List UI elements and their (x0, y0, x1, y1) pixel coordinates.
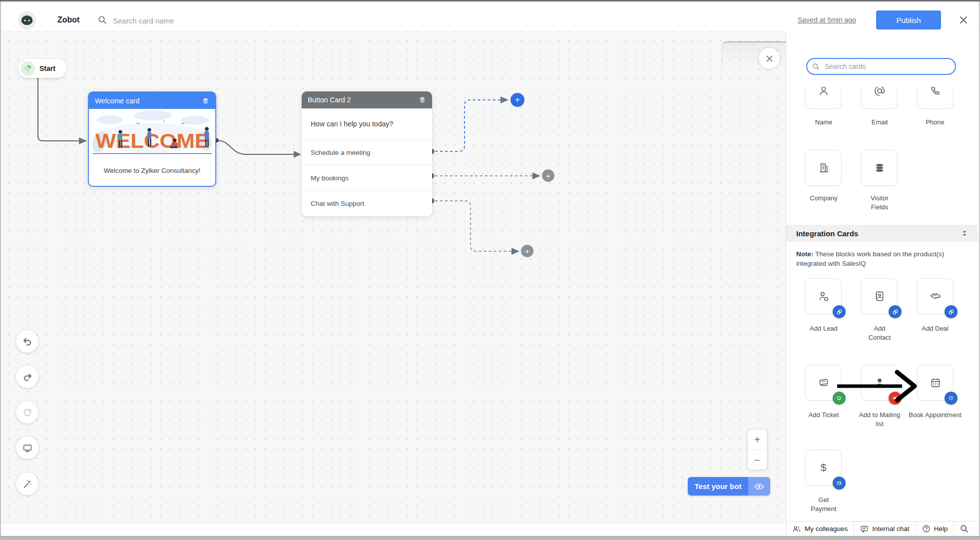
monitor-icon (22, 443, 33, 454)
preview-eye-section[interactable] (748, 477, 770, 496)
button-card-2[interactable]: Button Card 2 How can I help you today? … (302, 91, 432, 216)
preview-button[interactable] (16, 437, 38, 459)
flow-canvas[interactable]: Start Welcome card WELCOME (1, 31, 786, 523)
add-card-node-blue[interactable]: + (510, 93, 524, 107)
calendar-icon (929, 376, 942, 389)
checkout-card-icon (833, 477, 846, 490)
test-your-bot-button[interactable]: Test your bot (688, 477, 770, 496)
button-card-header[interactable]: Button Card 2 (302, 91, 432, 108)
bookings-clock-icon (945, 392, 958, 405)
database-icon (873, 161, 886, 174)
window-frame-bottom (0, 536, 980, 540)
card-company[interactable] (805, 150, 842, 186)
add-card-node-bookings[interactable]: + (542, 169, 554, 182)
welcome-word: WELCOME (95, 130, 209, 152)
magic-wand-icon (22, 479, 33, 490)
sync-button[interactable] (16, 401, 38, 424)
card-visitor-fields[interactable] (861, 150, 898, 186)
help-label: Help (934, 525, 948, 533)
redo-button[interactable] (16, 366, 38, 388)
integration-cards-header[interactable]: Integration Cards (786, 225, 978, 242)
robot-icon (18, 11, 36, 29)
handshake-icon (929, 289, 943, 303)
integration-note: Note: These blocks work based on the pro… (796, 250, 964, 268)
magic-wand-button[interactable] (16, 473, 38, 495)
card-company-label: Company (796, 194, 851, 203)
search-icon (812, 63, 820, 70)
card-add-lead-label: Add Lead (796, 324, 851, 333)
card-book-appointment-label: Book Appointment (908, 411, 963, 420)
help-button[interactable]: Help (916, 522, 954, 536)
test-your-bot-label: Test your bot (688, 477, 748, 496)
undo-button[interactable] (16, 330, 38, 353)
publish-button[interactable]: Publish (876, 10, 941, 29)
card-add-ticket[interactable] (805, 365, 842, 401)
lead-icon (817, 290, 830, 303)
zoom-out-button[interactable]: − (748, 450, 767, 470)
card-email-label: Email (852, 118, 907, 127)
close-panel-button[interactable] (759, 48, 780, 69)
start-node[interactable]: Start (18, 59, 66, 78)
close-icon[interactable] (958, 14, 969, 25)
option-schedule-meeting[interactable]: Schedule a meeting (302, 140, 432, 165)
canvas-bottom-strip (1, 523, 786, 537)
at-icon (873, 87, 886, 97)
cards-search-input[interactable] (824, 62, 946, 71)
card-book-appointment[interactable] (917, 365, 954, 401)
card-phone-label: Phone (908, 118, 963, 127)
dollar-icon: $ (821, 462, 827, 474)
card-email[interactable] (861, 87, 898, 109)
app-title: Zobot (57, 15, 79, 24)
chat-icon (860, 525, 869, 533)
statusbar-search-button[interactable] (954, 522, 975, 536)
crm-link-icon (889, 305, 902, 318)
collapse-icon[interactable] (961, 229, 969, 237)
redo-icon (22, 372, 33, 383)
card-name[interactable] (805, 87, 842, 109)
option-chat-support[interactable]: Chat with Support (302, 191, 432, 216)
welcome-card[interactable]: Welcome card WELCOME (88, 91, 216, 187)
bot-avatar[interactable] (18, 11, 36, 29)
card-get-payment-label: Get Payment (806, 496, 841, 513)
card-add-to-mailing-list[interactable] (861, 365, 898, 401)
card-add-contact[interactable] (861, 278, 898, 314)
zoom-in-button[interactable]: + (748, 430, 767, 450)
note-label: Note: (796, 250, 814, 258)
saved-status-link[interactable]: Saved at 5min ago (798, 16, 856, 24)
eye-icon (754, 483, 764, 491)
my-colleagues-button[interactable]: My colleagues (786, 522, 854, 536)
internal-chat-button[interactable]: Internal chat (854, 522, 915, 536)
sync-icon (22, 407, 33, 418)
desk-ticket-icon (833, 392, 846, 405)
campaigns-megaphone-icon (889, 392, 902, 405)
card-search-input[interactable] (112, 12, 274, 28)
close-icon (765, 54, 774, 63)
search-icon (960, 525, 969, 533)
crm-link-icon (945, 305, 958, 318)
option-my-bookings[interactable]: My bookings (302, 165, 432, 191)
undo-icon (22, 336, 33, 347)
delete-icon[interactable] (202, 97, 209, 105)
connector-schedule-meeting (435, 100, 500, 151)
welcome-illustration: WELCOME (89, 109, 215, 155)
connector-welcome-to-buttoncard (216, 140, 294, 154)
sidebar-search[interactable] (806, 58, 956, 75)
card-add-ticket-label: Add Ticket (796, 411, 851, 420)
welcome-card-text: Welcome to Zylker Consultancy! (89, 155, 215, 185)
card-add-deal[interactable] (917, 278, 954, 314)
welcome-card-header[interactable]: Welcome card (89, 92, 215, 109)
card-add-to-mailing-list-label: Add to Mailing list (857, 411, 902, 428)
delete-icon[interactable] (419, 96, 426, 104)
cards-sidebar: Name Email Phone Company Visitor Fields … (786, 31, 978, 521)
people-icon (792, 525, 801, 533)
rocket-icon (20, 61, 35, 76)
internal-chat-label: Internal chat (872, 525, 909, 533)
phone-icon (929, 87, 942, 97)
add-card-node-chat[interactable]: + (521, 245, 533, 257)
card-phone[interactable] (917, 87, 954, 109)
building-icon (817, 161, 830, 174)
card-get-payment[interactable]: $ (805, 450, 842, 486)
card-add-lead[interactable] (805, 278, 842, 314)
card-add-contact-label: Add Contact (862, 324, 897, 342)
crm-link-icon (833, 305, 846, 318)
